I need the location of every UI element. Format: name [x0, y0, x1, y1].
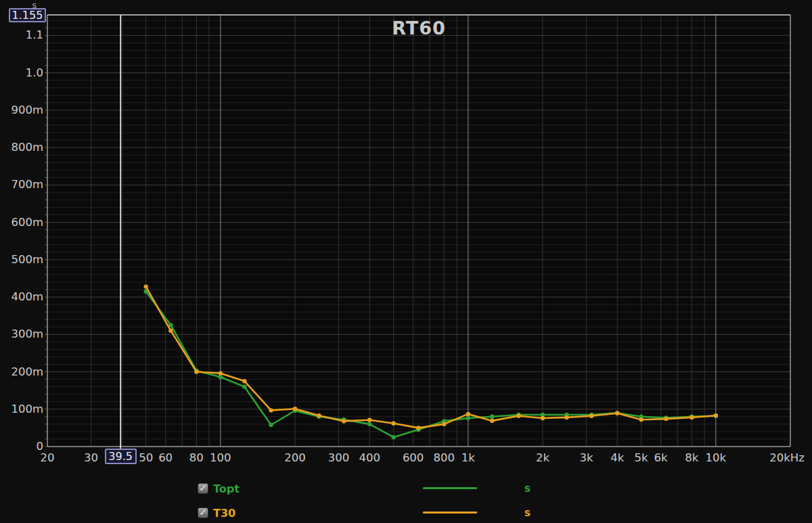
rt60-plot-area[interactable] — [0, 0, 812, 523]
x-axis-tick-label: 4k — [610, 451, 624, 465]
x-axis-tick-label: 30 — [84, 451, 98, 465]
y-axis-tick-label: 300m — [0, 328, 43, 340]
x-axis-tick-label: 600 — [403, 451, 424, 465]
x-axis-tick-label: 2k — [536, 451, 549, 465]
x-axis-tick-label: 200 — [284, 451, 306, 465]
x-axis-tick-label: 800 — [434, 451, 455, 465]
topt-visibility-checkbox[interactable]: ✓ — [198, 483, 208, 494]
x-axis-tick-label: 10k — [706, 451, 727, 465]
t30-unit-label: s — [524, 507, 531, 519]
y-axis-tick-label: 1.1 — [0, 29, 43, 41]
x-axis-tick-label: 300 — [328, 451, 350, 465]
y-axis-tick-label: 0 — [0, 440, 43, 453]
topt-legend-label: Topt — [213, 482, 261, 495]
x-axis-tick-label: 100 — [210, 451, 231, 465]
y-axis-tick-label: 100m — [0, 403, 43, 415]
x-axis-tick-label: 1k — [461, 451, 475, 465]
y-axis-tick-label: 600m — [0, 217, 43, 229]
y-axis-tick-label: 800m — [0, 141, 43, 154]
y-cursor-readout: 1.155 — [9, 8, 46, 22]
x-axis-tick-label: 60 — [158, 451, 173, 465]
x-axis-tick-label: 50 — [139, 451, 153, 465]
x-axis-tick-label: 5k — [635, 451, 648, 465]
y-axis-tick-label: 500m — [0, 254, 43, 266]
legend: ✓ Topt s ✓ T30 s — [198, 476, 577, 523]
legend-row-t30: ✓ T30 s — [198, 501, 577, 523]
topt-unit-label: s — [524, 482, 531, 495]
y-axis-tick-label: 1.0 — [0, 67, 43, 79]
x-axis-tick-label: 20kHz — [769, 451, 805, 465]
y-axis-tick-label: 700m — [0, 179, 43, 191]
x-axis-tick-label: 80 — [189, 451, 204, 465]
x-axis-tick-label: 3k — [579, 451, 593, 465]
y-axis-tick-label: 400m — [0, 291, 43, 303]
legend-row-topt: ✓ Topt s — [198, 476, 577, 501]
x-axis-tick-label: 400 — [359, 451, 380, 465]
x-axis-tick-label: 20 — [41, 451, 55, 465]
topt-line-sample — [423, 487, 477, 489]
t30-line-sample — [423, 511, 477, 514]
y-axis-tick-label: 200m — [0, 366, 43, 378]
t30-visibility-checkbox[interactable]: ✓ — [198, 507, 208, 518]
x-cursor-readout: 39.5 — [105, 449, 137, 464]
rt60-graph-window: RT60 s 1.155 39.5 1.11.0900m800m700m600m… — [0, 0, 812, 523]
t30-legend-label: T30 — [213, 507, 261, 520]
y-axis-tick-label: 900m — [0, 104, 43, 116]
x-axis-tick-label: 8k — [685, 451, 698, 465]
x-axis-tick-label: 6k — [654, 451, 668, 465]
